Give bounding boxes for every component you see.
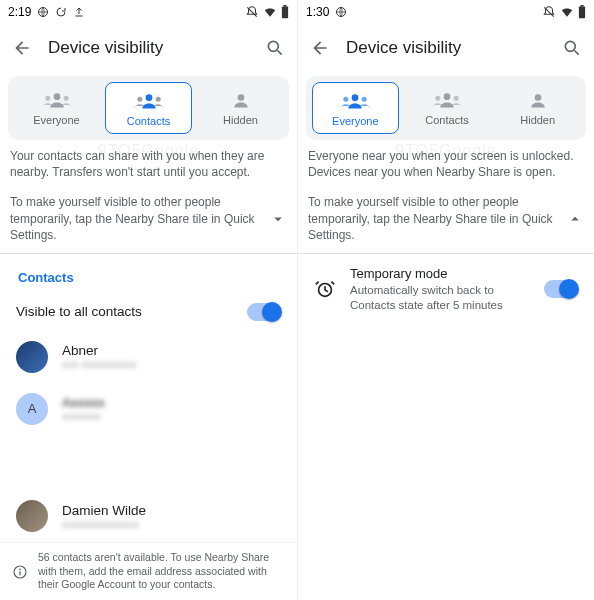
segment-contacts-label: Contacts	[409, 114, 486, 126]
desc-secondary-row[interactable]: To make yourself visible to other people…	[0, 188, 297, 254]
contact-name: Damien Wilde	[62, 503, 281, 518]
avatar: A	[16, 393, 48, 425]
back-icon[interactable]	[310, 38, 330, 58]
contact-sub: xxxxxxxxxxxxxx	[62, 518, 281, 530]
temp-mode-switch[interactable]	[544, 280, 578, 298]
battery-icon	[578, 5, 586, 19]
svg-point-24	[362, 97, 367, 102]
segment-contacts-label: Contacts	[110, 115, 187, 127]
svg-point-26	[435, 96, 440, 101]
contact-name: Axxxxx	[62, 395, 281, 410]
svg-point-8	[63, 96, 68, 101]
temporary-mode-row[interactable]: Temporary mode Automatically switch back…	[298, 254, 594, 325]
dnd-icon	[542, 5, 556, 19]
svg-point-11	[155, 97, 160, 102]
desc-primary: Everyone near you when your screen is un…	[298, 148, 594, 188]
svg-point-25	[444, 93, 451, 100]
segment-hidden-label: Hidden	[499, 114, 576, 126]
svg-rect-2	[282, 7, 288, 19]
temp-mode-sub: Automatically switch back to Contacts st…	[350, 283, 530, 313]
refresh-icon	[55, 6, 67, 18]
segment-hidden-label: Hidden	[202, 114, 279, 126]
svg-rect-18	[579, 7, 585, 19]
svg-point-12	[237, 94, 244, 101]
segment-everyone[interactable]: Everyone	[312, 82, 399, 134]
svg-point-20	[565, 41, 575, 51]
desc-primary: Your contacts can share with you when th…	[0, 148, 297, 188]
visible-to-all-row[interactable]: Visible to all contacts	[0, 293, 297, 331]
contact-row[interactable]: A Axxxxx xxxxxxx	[0, 383, 297, 435]
contact-name: Abner	[62, 343, 281, 358]
desc-secondary-row[interactable]: To make yourself visible to other people…	[298, 188, 594, 254]
search-icon[interactable]	[265, 38, 285, 58]
segment-everyone[interactable]: Everyone	[14, 82, 99, 134]
svg-point-9	[145, 94, 152, 101]
svg-line-21	[575, 51, 579, 55]
status-time: 1:30	[306, 5, 329, 19]
chevron-up-icon	[566, 210, 584, 228]
svg-point-7	[45, 96, 50, 101]
browser-icon	[37, 6, 49, 18]
status-bar: 2:19	[0, 0, 297, 24]
page-title: Device visibility	[346, 38, 546, 58]
panel-right-everyone: 9TO5Google 1:30 Device visibility	[297, 0, 594, 600]
contact-sub: xxx xxxxxxxxxx	[62, 358, 281, 370]
segment-hidden[interactable]: Hidden	[198, 82, 283, 134]
avatar	[16, 500, 48, 532]
panel-left-contacts: 9TO5Google 2:19	[0, 0, 297, 600]
dnd-icon	[245, 5, 259, 19]
app-bar: Device visibility	[0, 24, 297, 72]
wifi-icon	[560, 5, 574, 19]
desc-secondary: To make yourself visible to other people…	[308, 194, 566, 243]
contact-sub: xxxxxxx	[62, 410, 281, 422]
visibility-segments: Everyone Contacts Hidden	[306, 76, 586, 140]
battery-icon	[281, 5, 289, 19]
contacts-section-label: Contacts	[0, 254, 297, 293]
svg-rect-15	[19, 571, 20, 575]
search-icon[interactable]	[562, 38, 582, 58]
svg-point-23	[344, 97, 349, 102]
visible-to-all-label: Visible to all contacts	[16, 304, 233, 319]
upload-icon	[73, 6, 85, 18]
svg-line-5	[278, 51, 282, 55]
svg-point-14	[19, 568, 21, 570]
status-time: 2:19	[8, 5, 31, 19]
svg-point-4	[268, 41, 278, 51]
visible-to-all-switch[interactable]	[247, 303, 281, 321]
svg-point-6	[53, 93, 60, 100]
svg-point-10	[137, 97, 142, 102]
contact-row[interactable]: Abner xxx xxxxxxxxxx	[0, 331, 297, 383]
browser-icon	[335, 6, 347, 18]
segment-everyone-label: Everyone	[18, 114, 95, 126]
page-title: Device visibility	[48, 38, 249, 58]
svg-rect-19	[580, 5, 583, 7]
wifi-icon	[263, 5, 277, 19]
info-icon	[12, 551, 28, 592]
segment-contacts[interactable]: Contacts	[105, 82, 192, 134]
status-bar: 1:30	[298, 0, 594, 24]
svg-point-22	[352, 94, 359, 101]
desc-secondary: To make yourself visible to other people…	[10, 194, 269, 243]
contact-row[interactable]: Damien Wilde xxxxxxxxxxxxxx	[0, 490, 297, 542]
back-icon[interactable]	[12, 38, 32, 58]
segment-contacts[interactable]: Contacts	[405, 82, 490, 134]
chevron-down-icon	[269, 210, 287, 228]
segment-hidden[interactable]: Hidden	[495, 82, 580, 134]
visibility-segments: Everyone Contacts Hidden	[8, 76, 289, 140]
app-bar: Device visibility	[298, 24, 594, 72]
footer-text: 56 contacts aren't available. To use Nea…	[38, 551, 285, 592]
segment-everyone-label: Everyone	[317, 115, 394, 127]
footer-note: 56 contacts aren't available. To use Nea…	[0, 542, 297, 600]
temp-mode-title: Temporary mode	[350, 266, 530, 281]
svg-point-28	[534, 94, 541, 101]
svg-point-27	[454, 96, 459, 101]
avatar	[16, 341, 48, 373]
svg-rect-3	[283, 5, 286, 7]
alarm-icon	[314, 278, 336, 300]
